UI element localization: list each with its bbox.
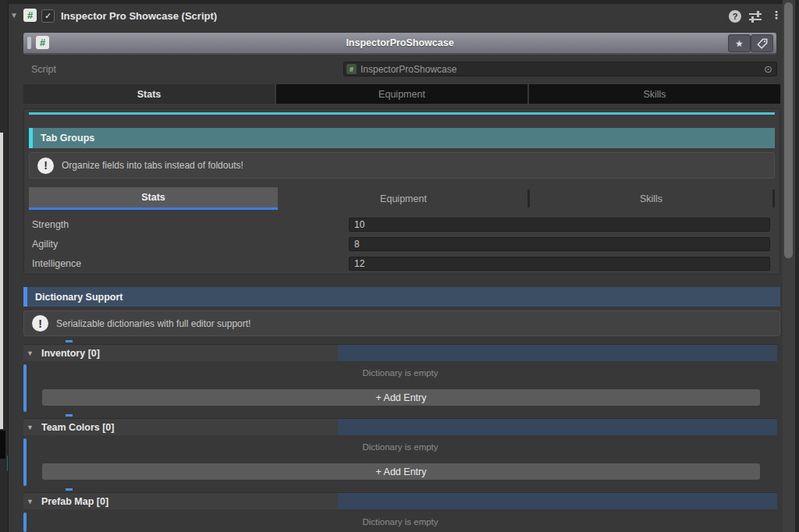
strength-field[interactable]: 10 xyxy=(349,218,770,232)
script-object-field[interactable]: # InspectorProShowcase ⊙ xyxy=(343,62,777,76)
section-accent-dash xyxy=(66,340,73,342)
tab-groups-title: Tab Groups xyxy=(41,133,94,144)
foldout-icon[interactable]: ▼ xyxy=(27,349,34,357)
favorite-star-button[interactable]: ★ xyxy=(728,34,751,52)
dictionary-support-header: Dictionary Support xyxy=(23,287,780,307)
component-title: Inspector Pro Showcase (Script) xyxy=(61,10,217,22)
teal-accent-bar xyxy=(29,128,33,148)
inventory-empty-text: Dictionary is empty xyxy=(23,368,777,378)
section-accent-dash xyxy=(66,414,73,417)
window-right-edge xyxy=(795,0,799,532)
prefab-map-empty-text: Dictionary is empty xyxy=(23,517,777,527)
inventory-add-entry-button[interactable]: + Add Entry xyxy=(42,389,760,406)
section-header-highlight xyxy=(338,419,777,435)
kebab-menu-icon[interactable]: ⋮ xyxy=(771,9,782,21)
teal-accent-line xyxy=(29,112,775,115)
info-bubble-icon: ! xyxy=(32,315,48,332)
dictionary-support-title: Dictionary Support xyxy=(35,292,123,303)
script-field-label: Script xyxy=(31,64,56,75)
info-bubble-icon: ! xyxy=(37,158,54,174)
presets-knob xyxy=(751,16,754,23)
script-field-value: InspectorProShowcase xyxy=(360,64,764,75)
banner-title: InspectorProShowcase xyxy=(23,37,776,48)
background-panel-edge-light xyxy=(0,133,3,429)
inventory-section-header[interactable]: ▼ Inventory [0] xyxy=(23,344,777,361)
section-header-highlight xyxy=(338,493,777,509)
team-colors-empty-text: Dictionary is empty xyxy=(23,442,777,452)
team-colors-section-header[interactable]: ▼ Team Colors [0] xyxy=(23,418,777,435)
section-accent-dash xyxy=(66,488,73,491)
tab-groups-header: Tab Groups xyxy=(29,128,775,148)
script-mini-icon: # xyxy=(346,64,357,74)
inner-tab-skills[interactable]: Skills xyxy=(530,187,772,210)
component-banner: # InspectorProShowcase ★ xyxy=(23,33,776,55)
inspector-top-border xyxy=(8,0,795,4)
tag-icon xyxy=(757,38,768,49)
tab-skills[interactable]: Skills xyxy=(529,84,780,104)
inventory-title: Inventory [0] xyxy=(41,348,100,359)
background-panel-edge-black xyxy=(0,431,5,459)
agility-label: Agility xyxy=(32,239,58,250)
dictionary-infobox: ! Serializable dictionaries with full ed… xyxy=(23,310,780,336)
object-picker-icon[interactable]: ⊙ xyxy=(764,63,772,75)
tab-equipment[interactable]: Equipment xyxy=(276,84,527,104)
section-header-highlight xyxy=(338,345,777,361)
presets-icon[interactable] xyxy=(749,12,762,22)
tab-groups-box: Tab Groups ! Organize fields into tabs i… xyxy=(23,108,780,275)
presets-line xyxy=(749,13,762,15)
script-file-icon: # xyxy=(23,9,37,22)
agility-field[interactable]: 8 xyxy=(349,237,770,251)
foldout-icon[interactable]: ▼ xyxy=(27,424,34,431)
presets-knob xyxy=(757,11,759,17)
scrollbar-thumb[interactable] xyxy=(784,2,793,258)
component-enabled-checkbox[interactable]: ✓ xyxy=(41,9,55,23)
blue-accent-bar xyxy=(23,287,27,307)
intelligence-field[interactable]: 12 xyxy=(349,257,770,271)
banner-script-icon: # xyxy=(36,36,49,49)
prefab-map-title: Prefab Map [0] xyxy=(41,496,108,507)
tab-stats[interactable]: Stats xyxy=(23,84,275,104)
foldout-icon[interactable]: ▼ xyxy=(27,498,34,505)
inner-tab-stats[interactable]: Stats xyxy=(29,187,278,210)
component-foldout-icon[interactable]: ▼ xyxy=(10,11,18,20)
dictionary-info-text: Serializable dictionaries with full edit… xyxy=(56,318,250,329)
banner-grip-handle[interactable] xyxy=(27,37,31,49)
inner-tab-equipment[interactable]: Equipment xyxy=(279,187,527,210)
team-colors-title: Team Colors [0] xyxy=(41,422,115,433)
help-icon[interactable]: ? xyxy=(729,10,741,23)
tab-groups-infobox: ! Organize fields into tabs instead of f… xyxy=(29,152,775,179)
tab-separator xyxy=(772,190,775,207)
intelligence-label: Intelligence xyxy=(32,258,81,269)
team-colors-add-entry-button[interactable]: + Add Entry xyxy=(42,463,760,480)
star-icon: ★ xyxy=(735,38,744,49)
strength-label: Strength xyxy=(32,219,69,230)
tab-groups-info-text: Organize fields into tabs instead of fol… xyxy=(62,160,243,171)
tag-button[interactable] xyxy=(751,34,773,52)
prefab-map-section-header[interactable]: ▼ Prefab Map [0] xyxy=(23,492,777,509)
